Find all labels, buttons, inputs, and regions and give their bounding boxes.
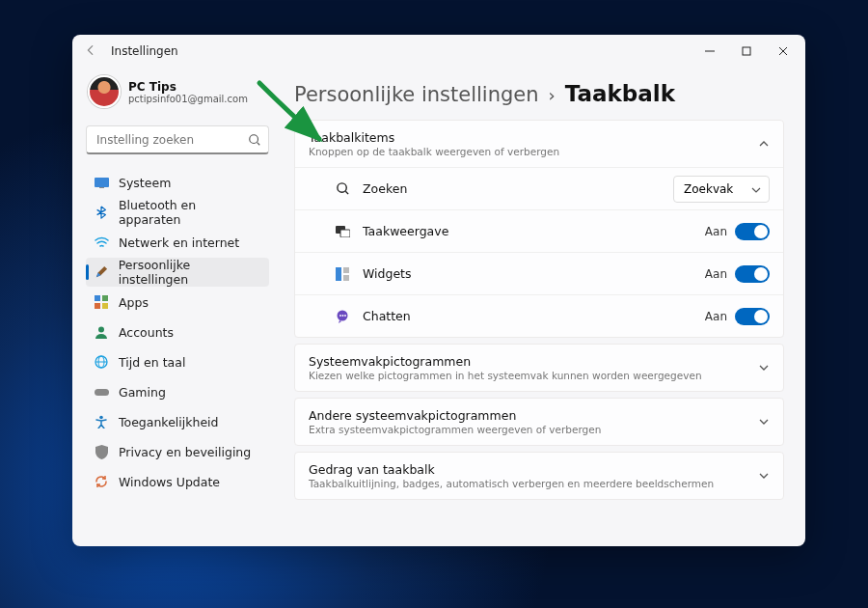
svg-rect-5 xyxy=(102,295,108,301)
select-value: Zoekvak xyxy=(684,182,733,196)
sidebar-item-label: Toegankelijkheid xyxy=(119,415,219,429)
sidebar-item-bluetooth[interactable]: Bluetooth en apparaten xyxy=(86,198,269,227)
chevron-down-icon xyxy=(758,467,770,485)
minimize-button[interactable] xyxy=(692,37,728,66)
main-content: Persoonlijke instellingen › Taakbalk Taa… xyxy=(279,68,805,546)
page-title: Taakbalk xyxy=(565,81,675,106)
svg-point-20 xyxy=(339,315,341,317)
bluetooth-icon xyxy=(94,205,109,220)
section-title: Taakbalkitems xyxy=(309,130,758,145)
svg-point-22 xyxy=(344,315,346,317)
svg-rect-4 xyxy=(95,295,100,301)
section-header[interactable]: Andere systeemvakpictogrammen Extra syst… xyxy=(295,399,783,445)
search-icon xyxy=(334,180,351,198)
sidebar-item-label: Apps xyxy=(119,295,149,310)
avatar xyxy=(88,75,121,108)
toggle-state: Aan xyxy=(705,267,727,281)
taskview-toggle[interactable] xyxy=(735,223,770,240)
profile-name: PC Tips xyxy=(128,80,248,94)
sidebar-item-label: Persoonlijke instellingen xyxy=(119,258,261,287)
row-search: Zoeken Zoekvak xyxy=(295,167,783,209)
nav: Systeem Bluetooth en apparaten Netwerk e… xyxy=(86,168,269,496)
section-subtitle: Kiezen welke pictogrammen in het systeem… xyxy=(309,370,758,381)
update-icon xyxy=(94,474,109,489)
svg-rect-15 xyxy=(340,230,350,237)
system-icon xyxy=(94,175,109,190)
row-taskview: Taakweergave Aan xyxy=(295,209,783,252)
row-label: Chatten xyxy=(363,309,705,323)
section-header[interactable]: Systeemvakpictogrammen Kiezen welke pict… xyxy=(295,345,783,391)
person-icon xyxy=(94,324,109,340)
sidebar-item-privacy[interactable]: Privacy en beveiliging xyxy=(86,437,269,466)
chat-toggle[interactable] xyxy=(735,308,770,325)
sidebar-item-system[interactable]: Systeem xyxy=(86,168,269,197)
sidebar-item-accounts[interactable]: Accounts xyxy=(86,318,269,346)
row-label: Widgets xyxy=(363,266,705,281)
globe-icon xyxy=(94,354,109,370)
section-header[interactable]: Gedrag van taakbalk Taakbalkuitlijning, … xyxy=(295,453,783,499)
svg-rect-3 xyxy=(99,187,104,188)
sidebar-item-personalization[interactable]: Persoonlijke instellingen xyxy=(86,258,269,287)
profile-email: pctipsinfo01@gmail.com xyxy=(128,94,248,104)
breadcrumb-separator: › xyxy=(549,85,556,105)
taskview-icon xyxy=(334,223,351,240)
sidebar-item-network[interactable]: Netwerk en internet xyxy=(86,228,269,257)
section-title: Gedrag van taakbalk xyxy=(309,462,758,477)
sidebar: PC Tips pctipsinfo01@gmail.com Systeem xyxy=(72,68,279,546)
toggle-state: Aan xyxy=(705,225,727,238)
svg-point-12 xyxy=(99,416,103,420)
svg-rect-6 xyxy=(95,303,100,309)
sidebar-item-gaming[interactable]: Gaming xyxy=(86,377,269,406)
gamepad-icon xyxy=(94,384,109,400)
sidebar-item-label: Windows Update xyxy=(119,475,220,489)
maximize-button[interactable] xyxy=(728,37,765,66)
sidebar-item-accessibility[interactable]: Toegankelijkheid xyxy=(86,407,269,436)
sidebar-item-label: Tijd en taal xyxy=(119,355,185,370)
row-label: Zoeken xyxy=(363,181,673,196)
sidebar-item-time[interactable]: Tijd en taal xyxy=(86,347,269,376)
back-button[interactable] xyxy=(84,43,101,60)
breadcrumb-parent[interactable]: Persoonlijke instellingen xyxy=(294,83,539,106)
toggle-state: Aan xyxy=(705,310,727,323)
section-subtitle: Knoppen op de taakbalk weergeven of verb… xyxy=(309,146,758,157)
svg-point-1 xyxy=(250,135,258,144)
widgets-toggle[interactable] xyxy=(735,265,770,283)
section-title: Andere systeemvakpictogrammen xyxy=(309,408,758,423)
accessibility-icon xyxy=(94,414,109,429)
search-input[interactable] xyxy=(86,125,269,154)
breadcrumb: Persoonlijke instellingen › Taakbalk xyxy=(294,81,784,106)
shield-icon xyxy=(94,444,109,459)
chevron-up-icon xyxy=(758,135,770,153)
chevron-down-icon xyxy=(758,359,770,377)
search-icon xyxy=(248,132,261,151)
svg-rect-18 xyxy=(343,275,349,281)
svg-rect-16 xyxy=(336,267,341,281)
paintbrush-icon xyxy=(94,264,109,280)
profile[interactable]: PC Tips pctipsinfo01@gmail.com xyxy=(86,71,269,116)
section-systray: Systeemvakpictogrammen Kiezen welke pict… xyxy=(294,344,784,392)
sidebar-item-apps[interactable]: Apps xyxy=(86,288,269,317)
chat-icon xyxy=(334,308,351,325)
window-title: Instellingen xyxy=(111,44,178,58)
wifi-icon xyxy=(94,235,109,250)
svg-point-21 xyxy=(341,315,343,317)
search-dropdown[interactable]: Zoekvak xyxy=(673,176,770,203)
svg-rect-0 xyxy=(743,47,750,55)
chevron-down-icon xyxy=(758,413,770,431)
section-header[interactable]: Taakbalkitems Knoppen op de taakbalk wee… xyxy=(295,121,783,167)
svg-point-8 xyxy=(98,327,104,333)
widgets-icon xyxy=(334,265,351,283)
apps-icon xyxy=(94,294,109,310)
svg-rect-2 xyxy=(95,178,109,187)
titlebar: Instellingen xyxy=(72,35,805,68)
svg-rect-7 xyxy=(102,303,108,309)
search xyxy=(86,125,269,154)
sidebar-item-label: Netwerk en internet xyxy=(119,235,239,250)
sidebar-item-label: Bluetooth en apparaten xyxy=(119,198,261,227)
sidebar-item-label: Accounts xyxy=(119,325,174,340)
section-title: Systeemvakpictogrammen xyxy=(309,354,758,369)
close-button[interactable] xyxy=(765,37,801,66)
svg-rect-17 xyxy=(343,267,349,273)
section-other-systray: Andere systeemvakpictogrammen Extra syst… xyxy=(294,398,784,446)
sidebar-item-update[interactable]: Windows Update xyxy=(86,467,269,496)
